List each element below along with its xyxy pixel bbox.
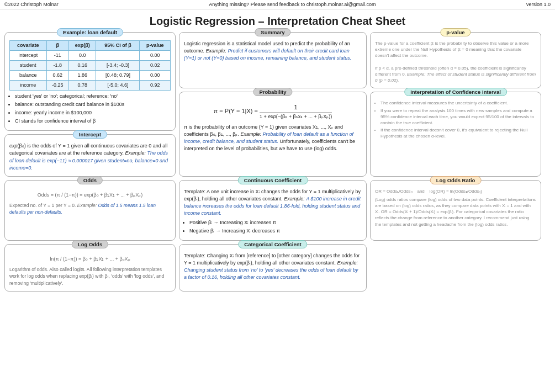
summary-section: Summary Logistic regression is a statist…	[179, 32, 367, 88]
example-loan-content: covariate β exp(β) 95% CI of β p-value I…	[9, 40, 171, 125]
version-text: version 1.0	[526, 2, 551, 7]
continuous-coeff-text: Template: A one unit increase in Xᵢ chan…	[184, 188, 362, 217]
confidence-label: Interpretation of Confidence Interval	[404, 88, 507, 96]
col-expbeta: exp(β)	[69, 41, 96, 51]
log-odds-ratio-text: (Log) odds ratios compare (log) odds of …	[375, 197, 536, 227]
col-beta: β	[46, 41, 68, 51]
summary-text: Logistic regression is a statistical mod…	[184, 41, 351, 61]
log-odds-label: Log Odds	[72, 240, 108, 248]
categorical-coeff-label: Categorical Coefficient	[238, 240, 307, 248]
intercept-section: Intercept exp(β₀) is the odds of Y = 1 g…	[4, 134, 176, 176]
log-odds-ratio-formula: OR = Odds₁/Odds₀ and log(OR) = ln(Odds₁/…	[375, 188, 536, 194]
probability-desc: π is the probability of an outcome (Y = …	[184, 124, 362, 152]
intercept-label: Intercept	[73, 130, 107, 139]
example-loan-label: Example: loan default	[57, 28, 123, 36]
log-odds-ratio-section: Log Odds Ratio OR = Odds₁/Odds₀ and log(…	[370, 180, 541, 241]
bullet-item: student 'yes' or 'no'; categorical; refe…	[15, 93, 171, 100]
intercept-content: exp(β₀) is the odds of Y = 1 given all c…	[9, 142, 171, 171]
categorical-coeff-text: Template: Changing Xᵢ from [reference] t…	[184, 252, 362, 281]
pvalue-text1: The p-value for a coefficient βᵢ is the …	[375, 40, 536, 59]
log-odds-formula: ln(π / (1−π)) = β₀ + β₁X₁ + ... + βₚXₚ	[9, 252, 171, 266]
log-odds-ratio-label: Log Odds Ratio	[430, 176, 482, 184]
confidence-bullet: If you were to repeat the analysis 100 t…	[380, 108, 536, 126]
bullet-item: balance: outstanding credit card balance…	[15, 101, 171, 108]
confidence-content: The confidence interval measures the unc…	[375, 100, 536, 139]
summary-content: Logistic regression is a statistical mod…	[184, 40, 362, 62]
log-odds-ratio-content: OR = Odds₁/Odds₀ and log(OR) = ln(Odds₁/…	[375, 188, 536, 227]
table-row: income -0.25 0.78 [-5.0; 4.6] 0.92	[10, 81, 171, 91]
copyright-text: ©2022 Christoph Molnar	[4, 2, 59, 7]
log-odds-desc: Logarithm of odds. Also called logits. A…	[9, 266, 171, 287]
content-grid: Summary Logistic regression is a statist…	[0, 32, 555, 296]
bullet-item: CI stands for confidence interval of β	[15, 118, 171, 125]
continuous-coeff-section: Continuous Coefficient Template: A one u…	[179, 180, 367, 241]
bullet-item: Positive βᵢ → Increasing Xᵢ increases π	[189, 219, 362, 226]
pvalue-content: The p-value for a coefficient βᵢ is the …	[375, 40, 536, 83]
pvalue-label: p-value	[440, 28, 471, 36]
confidence-bullet: The confidence interval measures the unc…	[380, 100, 536, 106]
log-odds-section: Log Odds ln(π / (1−π)) = β₀ + β₁X₁ + ...…	[4, 244, 176, 292]
col-ci: 95% CI of β	[96, 41, 140, 51]
intercept-text: exp(β₀) is the odds of Y = 1 given all c…	[9, 142, 171, 171]
example-bullets: student 'yes' or 'no'; categorical; refe…	[15, 93, 171, 125]
log-odds-content: ln(π / (1−π)) = β₀ + β₁X₁ + ... + βₚXₚ L…	[9, 252, 171, 287]
loan-table: covariate β exp(β) 95% CI of β p-value I…	[9, 40, 171, 91]
pvalue-section: p-value The p-value for a coefficient βᵢ…	[370, 32, 541, 88]
table-row: student -1.8 0.16 [-3.4; -0.3] 0.02	[10, 61, 171, 71]
confidence-bullet: If the confidence interval doesn't cover…	[380, 127, 536, 139]
probability-section: Probability π = P(Y = 1|X) = 1 1 + exp(−…	[179, 92, 367, 176]
odds-desc: Expected no. of Y = 1 per Y = 0. Example…	[9, 202, 171, 216]
table-row: Intercept -11 0.0 0.00	[10, 51, 171, 61]
odds-content: Odds = (π / (1−π)) = exp(β₀ + β₁X₁ + ...…	[9, 188, 171, 216]
col-pvalue: p-value	[140, 41, 171, 51]
probability-content: π = P(Y = 1|X) = 1 1 + exp(−(β₀ + β₁x₁ +…	[184, 100, 362, 152]
example-loan-section: Example: loan default covariate β exp(β)…	[4, 32, 176, 131]
continuous-coeff-content: Template: A one unit increase in Xᵢ chan…	[184, 188, 362, 235]
continuous-coeff-bullets: Positive βᵢ → Increasing Xᵢ increases π …	[189, 219, 362, 235]
summary-label: Summary	[255, 28, 290, 36]
table-row: balance 0.62 1.86 [0.48; 0.79] 0.00	[10, 71, 171, 81]
bullet-item: income: yearly income in $100,000	[15, 109, 171, 116]
continuous-coeff-label: Continuous Coefficient	[238, 176, 308, 184]
probability-formula: π = P(Y = 1|X) = 1 1 + exp(−(β₀ + β₁x₁ +…	[184, 100, 362, 124]
feedback-text: Anything missing? Please send feedback t…	[209, 2, 376, 7]
categorical-coeff-content: Template: Changing Xᵢ from [reference] t…	[184, 252, 362, 281]
confidence-bullets: The confidence interval measures the unc…	[380, 100, 536, 139]
pvalue-text2: If p < α, a pre-defined threshold (often…	[375, 65, 536, 84]
confidence-section: Interpretation of Confidence Interval Th…	[370, 92, 541, 176]
odds-formula: Odds = (π / (1−π)) = exp(β₀ + β₁X₁ + ...…	[9, 188, 171, 202]
probability-label: Probability	[253, 88, 292, 96]
odds-label: Odds	[77, 176, 103, 184]
top-bar: ©2022 Christoph Molnar Anything missing?…	[0, 0, 555, 9]
bullet-item: Negative βᵢ → Increasing Xᵢ decreases π	[189, 227, 362, 235]
col-covariate: covariate	[10, 41, 47, 51]
categorical-coeff-section: Categorical Coefficient Template: Changi…	[179, 244, 367, 292]
odds-section: Odds Odds = (π / (1−π)) = exp(β₀ + β₁X₁ …	[4, 180, 176, 241]
